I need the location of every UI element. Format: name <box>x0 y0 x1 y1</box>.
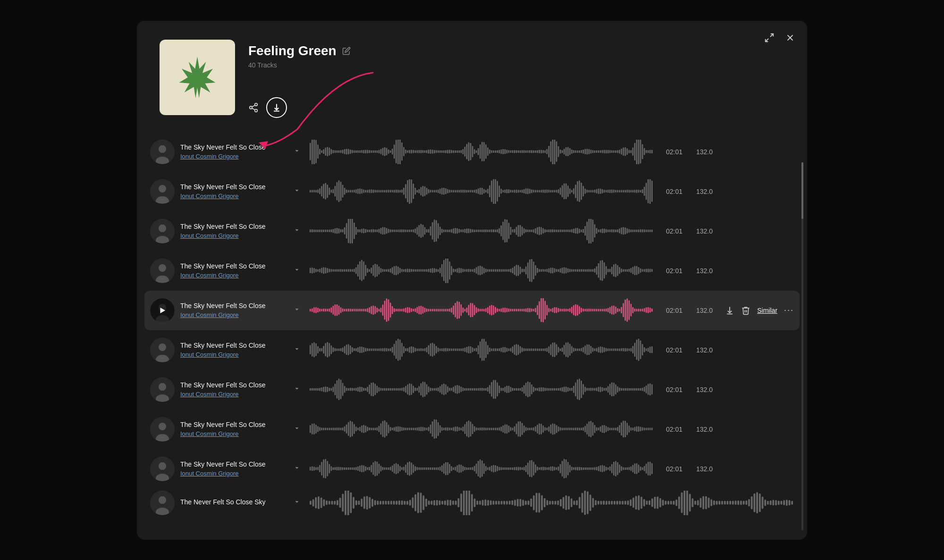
track-row[interactable]: The Sky Never Felt So Close Ionut Cosmin… <box>144 251 800 291</box>
svg-point-1672 <box>159 496 166 504</box>
track-artist[interactable]: Ionut Cosmin Grigore <box>180 153 284 160</box>
track-artist[interactable]: Ionut Cosmin Grigore <box>180 391 284 398</box>
track-artist[interactable]: Ionut Cosmin Grigore <box>180 430 284 437</box>
track-row[interactable]: The Sky Never Felt So Close Ionut Cosmin… <box>144 449 800 489</box>
svg-rect-1270 <box>590 388 592 391</box>
track-row[interactable]: The Sky Never Felt So Close Ionut Cosmin… <box>144 172 800 211</box>
close-button[interactable] <box>783 30 798 45</box>
svg-rect-554 <box>632 230 634 233</box>
edit-icon[interactable] <box>342 47 351 55</box>
svg-rect-1025 <box>474 348 475 351</box>
svg-rect-625 <box>416 269 418 272</box>
track-version-dropdown[interactable] <box>290 344 304 356</box>
svg-rect-1822 <box>705 496 707 509</box>
svg-rect-666 <box>495 269 496 272</box>
track-row[interactable]: The Sky Never Felt So Close Ionut Cosmin… <box>144 370 800 410</box>
svg-rect-1064 <box>548 346 550 353</box>
svg-rect-475 <box>481 230 483 233</box>
svg-rect-46 <box>365 150 366 154</box>
svg-rect-811 <box>419 306 420 315</box>
track-version-dropdown[interactable] <box>290 463 304 475</box>
svg-rect-978 <box>384 348 386 352</box>
svg-rect-1206 <box>468 388 470 391</box>
svg-rect-1396 <box>480 427 481 430</box>
track-artist[interactable]: Ionut Cosmin Grigore <box>180 192 284 200</box>
expand-button[interactable] <box>762 30 777 45</box>
svg-rect-1835 <box>740 501 742 505</box>
track-version-dropdown[interactable] <box>290 304 304 317</box>
svg-point-198 <box>159 185 166 192</box>
svg-rect-89 <box>447 150 448 154</box>
svg-rect-1234 <box>522 387 523 392</box>
track-row[interactable]: The Sky Never Felt So Close Ionut Cosmin… <box>144 132 800 172</box>
track-artist[interactable]: Ionut Cosmin Grigore <box>180 311 284 318</box>
track-row-partial[interactable]: The Never Felt So Close Sky <box>144 489 800 517</box>
svg-rect-1434 <box>552 424 554 435</box>
svg-rect-643 <box>451 266 452 276</box>
svg-rect-1331 <box>355 426 357 431</box>
svg-rect-218 <box>342 185 344 198</box>
track-version-dropdown[interactable] <box>290 423 304 435</box>
track-version-dropdown-partial[interactable] <box>290 497 304 509</box>
svg-rect-217 <box>340 182 342 201</box>
svg-rect-1833 <box>735 501 737 505</box>
track-artist[interactable]: Ionut Cosmin Grigore <box>180 470 284 477</box>
track-version-dropdown[interactable] <box>290 384 304 396</box>
svg-rect-1525 <box>375 461 376 476</box>
track-artist[interactable]: Ionut Cosmin Grigore <box>180 232 284 239</box>
track-version-dropdown[interactable] <box>290 185 304 198</box>
svg-rect-466 <box>464 229 466 233</box>
svg-rect-1056 <box>533 349 534 351</box>
svg-rect-585 <box>340 269 342 272</box>
track-download-button[interactable] <box>725 306 734 315</box>
track-version-dropdown[interactable] <box>290 146 304 158</box>
svg-rect-725 <box>607 269 609 272</box>
track-row[interactable]: The Sky Never Felt So Close Ionut Cosmin… <box>144 330 800 370</box>
svg-rect-762 <box>325 309 326 311</box>
svg-rect-1469 <box>619 425 620 433</box>
svg-rect-155 <box>573 150 574 153</box>
svg-rect-449 <box>432 222 433 240</box>
svg-rect-1302 <box>651 384 653 395</box>
svg-rect-1760 <box>539 493 540 512</box>
svg-rect-1229 <box>512 388 514 391</box>
svg-rect-954 <box>338 349 340 351</box>
svg-rect-391 <box>321 230 322 233</box>
track-artist[interactable]: Ionut Cosmin Grigore <box>180 351 284 358</box>
svg-rect-1115 <box>646 349 647 351</box>
svg-rect-1358 <box>407 428 408 431</box>
track-similar-button[interactable]: Similar <box>757 307 777 314</box>
svg-rect-1558 <box>438 467 439 470</box>
track-more-button[interactable]: ··· <box>784 305 794 315</box>
track-row[interactable]: The Sky Never Felt So Close Ionut Cosmin… <box>144 291 800 330</box>
svg-rect-263 <box>428 189 430 193</box>
svg-rect-694 <box>548 268 550 273</box>
svg-rect-30 <box>335 150 336 153</box>
svg-rect-1311 <box>317 426 319 432</box>
svg-rect-1491 <box>310 467 311 470</box>
track-list[interactable]: The Sky Never Felt So Close Ionut Cosmin… <box>137 132 807 540</box>
svg-rect-444 <box>422 225 424 237</box>
track-artist[interactable]: Ionut Cosmin Grigore <box>180 272 284 279</box>
modal-overlay: Feeling Green 40 Tracks <box>0 0 944 560</box>
svg-rect-922 <box>630 304 632 317</box>
svg-rect-1403 <box>493 428 494 431</box>
svg-rect-1605 <box>527 463 529 475</box>
svg-rect-933 <box>651 309 653 312</box>
download-all-button[interactable] <box>266 97 287 118</box>
track-version-dropdown[interactable] <box>290 225 304 237</box>
svg-marker-568 <box>295 269 299 271</box>
share-button[interactable] <box>248 102 259 113</box>
track-row[interactable]: The Sky Never Felt So Close Ionut Cosmin… <box>144 410 800 449</box>
svg-rect-1237 <box>527 382 529 398</box>
svg-rect-793 <box>384 301 386 319</box>
svg-point-1304 <box>159 423 166 430</box>
track-version-dropdown[interactable] <box>290 265 304 277</box>
svg-rect-1124 <box>312 388 313 391</box>
svg-rect-580 <box>330 269 332 272</box>
svg-rect-97 <box>463 149 464 154</box>
track-delete-button[interactable] <box>741 306 750 315</box>
svg-rect-551 <box>626 228 628 234</box>
svg-rect-1133 <box>329 388 330 391</box>
track-row[interactable]: The Sky Never Felt So Close Ionut Cosmin… <box>144 211 800 251</box>
